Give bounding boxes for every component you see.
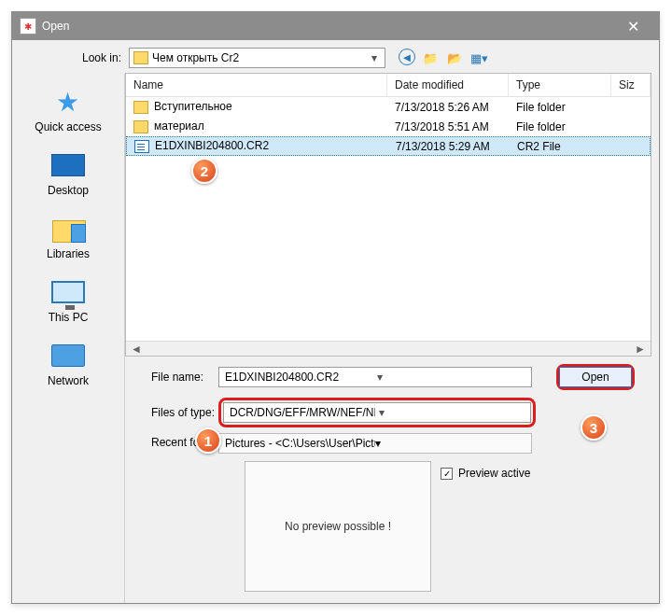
look-in-label: Look in: (21, 51, 129, 64)
network-icon (51, 344, 85, 367)
col-size[interactable]: Siz (611, 74, 651, 96)
place-label: Desktop (48, 184, 89, 197)
preview-message: No preview possible ! (285, 520, 391, 533)
views-icon[interactable]: ▦▾ (469, 49, 488, 67)
place-label: Quick access (35, 120, 101, 133)
file-name-row: File name: E1DXINBI204800.CR2 ▾ Open (134, 364, 650, 390)
annotation-badge-3: 3 (581, 414, 607, 441)
new-folder-icon[interactable]: 📂 (445, 49, 464, 67)
preview-active-checkbox[interactable]: ✓ Preview active (441, 467, 650, 480)
folder-icon (133, 51, 148, 64)
titlebar: ✱ Open ✕ (12, 12, 659, 40)
desktop-icon (51, 154, 85, 176)
checkbox-icon: ✓ (441, 468, 453, 480)
scroll-right-icon[interactable]: ► (633, 343, 648, 356)
star-icon: ★ (49, 87, 87, 117)
close-icon[interactable]: ✕ (614, 12, 651, 40)
file-list[interactable]: Name Date modified Type Siz Вступительно… (125, 73, 651, 357)
look-in-row: Look in: Чем открыть Cr2 ▾ ◄ 📁 📂 ▦▾ (12, 40, 659, 74)
window-title: Open (42, 20, 614, 33)
recent-folders-row: 1 Recent fol Pictures - <C:\Users\User\P… (125, 433, 659, 461)
table-row[interactable]: Вступительное7/13/2018 5:26 AMFile folde… (126, 97, 651, 117)
place-label: This PC (49, 311, 89, 324)
place-network[interactable]: Network (48, 341, 89, 387)
app-icon: ✱ (20, 18, 36, 35)
horizontal-scrollbar[interactable]: ◄ ► (126, 341, 651, 356)
file-list-header: Name Date modified Type Siz (126, 74, 651, 97)
preview-row: No preview possible ! ✓ Preview active (125, 461, 659, 603)
table-row[interactable]: материал7/13/2018 5:51 AMFile folder (126, 117, 651, 136)
file-name-label: File name: (134, 371, 218, 384)
place-label: Libraries (47, 247, 90, 260)
libraries-icon (52, 217, 84, 241)
chevron-down-icon: ▾ (373, 371, 525, 384)
file-name-value: E1DXINBI204800.CR2 (225, 371, 373, 384)
look-in-value: Чем открыть Cr2 (152, 51, 368, 64)
file-type-value: DCR/DNG/EFF/MRW/NEF/NRW/ORF/PEF/RAF/SRF/… (230, 406, 375, 419)
chevron-down-icon: ▾ (375, 406, 525, 419)
place-quick-access[interactable]: ★ Quick access (35, 87, 101, 133)
chevron-down-icon: ▾ (375, 437, 525, 450)
checkbox-label: Preview active (458, 467, 530, 480)
look-in-combo[interactable]: Чем открыть Cr2 ▾ (129, 48, 385, 68)
highlight-open: Open (556, 364, 635, 390)
folder-icon (133, 120, 148, 133)
open-dialog: ✱ Open ✕ Look in: Чем открыть Cr2 ▾ ◄ 📁 … (11, 11, 660, 604)
file-type-label: Files of type: (134, 406, 218, 419)
place-this-pc[interactable]: This PC (49, 277, 89, 324)
nav-toolbar: ◄ 📁 📂 ▦▾ (399, 49, 488, 67)
place-libraries[interactable]: Libraries (47, 214, 90, 260)
folder-icon (133, 101, 148, 114)
recent-folders-combo[interactable]: Pictures - <C:\Users\User\Pictures\> ▾ (218, 433, 532, 454)
scroll-left-icon[interactable]: ◄ (129, 343, 144, 356)
places-bar: ★ Quick access Desktop Libraries This PC (12, 74, 124, 603)
file-name-input[interactable]: E1DXINBI204800.CR2 ▾ (218, 367, 532, 387)
back-icon[interactable]: ◄ (399, 49, 415, 65)
file-icon (134, 140, 149, 153)
highlight-filetype: DCR/DNG/EFF/MRW/NEF/NRW/ORF/PEF/RAF/SRF/… (218, 398, 536, 427)
open-button[interactable]: Open (559, 367, 632, 387)
preview-box: No preview possible ! (245, 461, 431, 592)
annotation-badge-2: 2 (191, 158, 217, 184)
col-type[interactable]: Type (509, 74, 611, 96)
place-label: Network (48, 374, 89, 387)
annotation-badge-1: 1 (195, 427, 221, 454)
pc-icon (51, 281, 85, 303)
recent-value: Pictures - <C:\Users\User\Pictures\> (225, 437, 375, 450)
col-date[interactable]: Date modified (387, 74, 509, 96)
up-folder-icon[interactable]: 📁 (421, 49, 440, 67)
chevron-down-icon: ▾ (368, 51, 381, 64)
file-type-combo[interactable]: DCR/DNG/EFF/MRW/NEF/NRW/ORF/PEF/RAF/SRF/… (223, 402, 531, 423)
table-row[interactable]: E1DXINBI204800.CR27/13/2018 5:29 AMCR2 F… (126, 136, 651, 156)
col-name[interactable]: Name (126, 74, 387, 96)
file-type-row: Files of type: DCR/DNG/EFF/MRW/NEF/NRW/O… (134, 398, 650, 427)
place-desktop[interactable]: Desktop (48, 150, 89, 197)
